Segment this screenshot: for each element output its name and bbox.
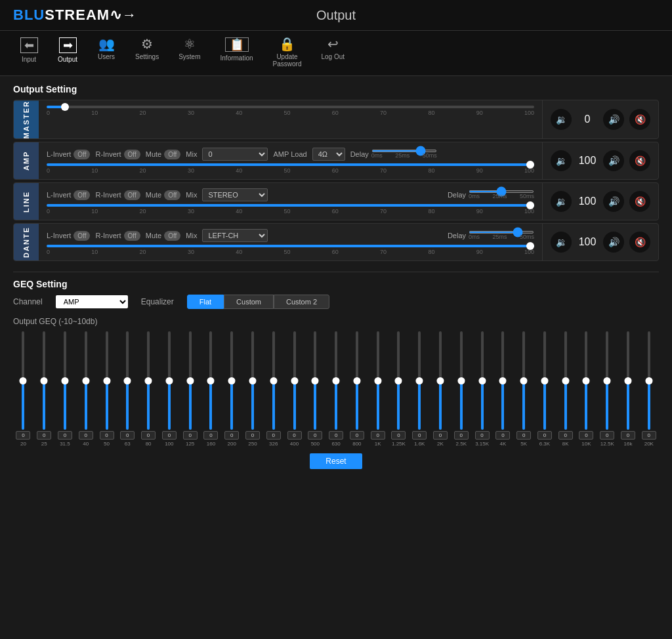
master-mute-btn[interactable]: 🔇	[629, 109, 650, 130]
eq-flat-btn[interactable]: Flat	[187, 295, 224, 309]
amp-mix-select[interactable]: 0	[202, 148, 268, 161]
geq-value-input-80[interactable]	[141, 431, 156, 440]
geq-value-input-400[interactable]	[287, 431, 302, 440]
dante-mute-btn[interactable]: 🔇	[629, 232, 650, 253]
channel-select[interactable]: AMP LINE DANTE	[56, 295, 128, 308]
geq-value-input-12.5K[interactable]	[600, 431, 614, 440]
geq-thumb-2.5K[interactable]	[457, 377, 465, 384]
amp-l-invert-toggle[interactable]: Off	[74, 150, 90, 159]
nav-output[interactable]: ➡ Output	[51, 35, 84, 70]
amp-mute-btn[interactable]: 🔇	[629, 150, 650, 171]
line-slider[interactable]	[47, 204, 534, 207]
geq-thumb-200[interactable]	[228, 377, 236, 384]
amp-load-select[interactable]: 4Ω	[312, 148, 345, 161]
geq-value-input-3.15K[interactable]	[475, 431, 490, 440]
geq-value-input-1K[interactable]	[371, 431, 385, 440]
line-mute-toggle[interactable]: Off	[164, 190, 180, 200]
nav-input[interactable]: ⬅ Input	[13, 35, 45, 70]
geq-value-input-6.3K[interactable]	[537, 431, 552, 440]
nav-settings[interactable]: ⚙ Settings	[129, 35, 165, 70]
master-slider[interactable]	[47, 106, 534, 108]
line-mute-btn[interactable]: 🔇	[629, 191, 650, 212]
line-volume-up-btn[interactable]: 🔊	[603, 191, 624, 212]
geq-thumb-630[interactable]	[333, 377, 340, 384]
geq-thumb-800[interactable]	[353, 377, 360, 384]
geq-thumb-3.15K[interactable]	[478, 377, 486, 384]
dante-volume-down-btn[interactable]: 🔉	[551, 232, 572, 253]
geq-thumb-12.5K[interactable]	[604, 377, 611, 384]
geq-value-input-16k[interactable]	[621, 431, 635, 440]
reset-button[interactable]: Reset	[310, 453, 362, 469]
amp-mute-toggle[interactable]: Off	[164, 150, 180, 159]
geq-thumb-16k[interactable]	[625, 377, 632, 384]
geq-thumb-4K[interactable]	[499, 377, 507, 384]
dante-slider[interactable]	[47, 245, 534, 247]
geq-thumb-5K[interactable]	[520, 377, 528, 384]
master-volume-down-btn[interactable]: 🔉	[551, 109, 572, 130]
geq-value-input-1.6K[interactable]	[412, 431, 427, 440]
dante-mix-select[interactable]: LEFT-CH	[202, 229, 268, 242]
geq-thumb-2K[interactable]	[437, 377, 444, 384]
geq-value-input-160[interactable]	[203, 431, 218, 440]
geq-value-input-250[interactable]	[245, 431, 260, 440]
geq-value-input-125[interactable]	[183, 431, 198, 440]
geq-value-input-500[interactable]	[308, 431, 322, 440]
geq-value-input-2K[interactable]	[433, 431, 448, 440]
dante-r-invert-toggle[interactable]: Off	[124, 231, 140, 241]
line-volume-down-btn[interactable]: 🔉	[551, 191, 572, 212]
line-l-invert-toggle[interactable]: Off	[74, 190, 90, 200]
dante-volume-up-btn[interactable]: 🔊	[603, 232, 624, 253]
geq-value-input-63[interactable]	[120, 431, 135, 440]
geq-thumb-8K[interactable]	[562, 377, 569, 384]
geq-thumb-326[interactable]	[270, 377, 277, 384]
geq-thumb-80[interactable]	[145, 377, 152, 384]
geq-value-input-326[interactable]	[266, 431, 281, 440]
geq-value-input-4K[interactable]	[495, 431, 510, 440]
geq-thumb-1.6K[interactable]	[416, 377, 423, 384]
geq-thumb-160[interactable]	[207, 377, 215, 384]
nav-log-out[interactable]: ↩ Log Out	[314, 35, 351, 70]
nav-users[interactable]: 👥 Users	[91, 35, 122, 70]
geq-thumb-25[interactable]	[41, 377, 48, 384]
geq-thumb-400[interactable]	[291, 377, 298, 384]
geq-value-input-50[interactable]	[100, 431, 114, 440]
eq-custom-btn[interactable]: Custom	[224, 295, 274, 309]
amp-slider[interactable]	[47, 163, 534, 166]
line-mix-select[interactable]: STEREO	[202, 188, 268, 201]
geq-value-input-2.5K[interactable]	[454, 431, 469, 440]
geq-thumb-1.25K[interactable]	[395, 377, 402, 384]
geq-thumb-500[interactable]	[312, 377, 319, 384]
geq-value-input-31.5[interactable]	[58, 431, 72, 440]
geq-thumb-250[interactable]	[249, 377, 256, 384]
geq-thumb-6.3K[interactable]	[541, 377, 548, 384]
geq-value-input-20K[interactable]	[642, 431, 656, 440]
geq-value-input-5K[interactable]	[516, 431, 531, 440]
geq-thumb-1K[interactable]	[374, 377, 381, 384]
geq-thumb-63[interactable]	[124, 377, 131, 384]
geq-thumb-10K[interactable]	[583, 377, 590, 384]
geq-thumb-20K[interactable]	[645, 377, 652, 384]
geq-thumb-20[interactable]	[20, 377, 27, 384]
amp-volume-down-btn[interactable]: 🔉	[551, 150, 572, 171]
geq-value-input-40[interactable]	[79, 431, 93, 440]
eq-custom2-btn[interactable]: Custom 2	[274, 295, 329, 309]
dante-mute-toggle[interactable]: Off	[164, 231, 180, 241]
geq-thumb-50[interactable]	[103, 377, 110, 384]
geq-value-input-1.25K[interactable]	[391, 431, 406, 440]
geq-value-input-200[interactable]	[224, 431, 239, 440]
amp-r-invert-toggle[interactable]: Off	[124, 150, 140, 159]
geq-value-input-25[interactable]	[37, 431, 51, 440]
geq-thumb-31.5[interactable]	[61, 377, 68, 384]
geq-value-input-100[interactable]	[162, 431, 177, 440]
geq-thumb-100[interactable]	[165, 377, 173, 384]
geq-value-input-8K[interactable]	[558, 431, 573, 440]
line-r-invert-toggle[interactable]: Off	[124, 190, 140, 200]
geq-thumb-40[interactable]	[82, 377, 89, 384]
nav-system[interactable]: ⚛ System	[172, 35, 207, 70]
geq-thumb-125[interactable]	[186, 377, 194, 384]
amp-volume-up-btn[interactable]: 🔊	[603, 150, 624, 171]
nav-information[interactable]: 📋 Information	[214, 35, 260, 70]
geq-value-input-800[interactable]	[350, 431, 364, 440]
geq-value-input-630[interactable]	[329, 431, 343, 440]
nav-update-password[interactable]: 🔒 Update Password	[266, 35, 308, 70]
